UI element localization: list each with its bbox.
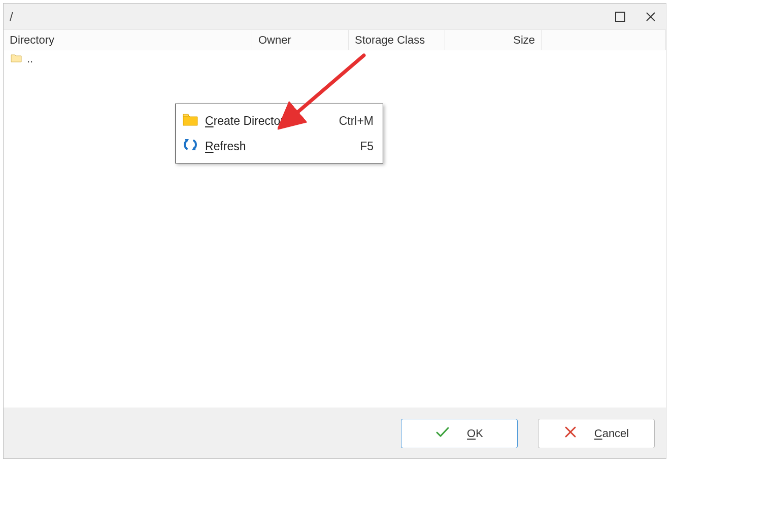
column-owner-label: Owner	[258, 34, 291, 47]
column-spacer	[542, 30, 666, 50]
svg-rect-0	[616, 12, 625, 21]
check-icon	[435, 426, 450, 441]
column-directory[interactable]: Directory	[4, 30, 252, 50]
cancel-button[interactable]: Cancel	[538, 419, 655, 448]
cancel-button-label: Cancel	[594, 427, 629, 440]
maximize-button[interactable]	[605, 4, 635, 30]
column-size-label: Size	[513, 34, 535, 47]
folder-icon	[183, 113, 198, 129]
menu-item-refresh[interactable]: Refresh F5	[176, 134, 383, 159]
dialog-footer: OK Cancel	[4, 408, 666, 458]
dialog-window: / Directory Owner Storage Class Size	[3, 3, 666, 459]
folder-icon	[11, 52, 22, 65]
menu-item-label: Refresh	[205, 140, 332, 153]
list-item[interactable]: ..	[4, 50, 666, 68]
menu-item-create-directory[interactable]: Create Directory Ctrl+M	[176, 108, 383, 134]
list-item-name: ..	[27, 52, 33, 65]
column-storage-class-label: Storage Class	[355, 34, 425, 47]
refresh-icon	[183, 138, 198, 155]
ok-button[interactable]: OK	[401, 419, 518, 448]
column-directory-label: Directory	[10, 34, 54, 47]
maximize-icon	[615, 12, 625, 22]
file-list[interactable]: .. Create Directory Ctrl+M	[4, 50, 666, 408]
ok-button-label: OK	[467, 427, 483, 440]
svg-rect-3	[183, 114, 188, 116]
menu-item-shortcut: F5	[360, 140, 374, 153]
window-title: /	[10, 10, 605, 24]
context-menu: Create Directory Ctrl+M Refresh F5	[175, 104, 383, 163]
column-size[interactable]: Size	[445, 30, 542, 50]
menu-item-label: Create Directory	[205, 114, 312, 128]
column-headers: Directory Owner Storage Class Size	[4, 30, 666, 50]
titlebar: /	[4, 4, 666, 30]
close-icon	[645, 11, 656, 22]
menu-item-shortcut: Ctrl+M	[339, 114, 374, 128]
cross-icon	[564, 425, 577, 442]
close-button[interactable]	[635, 4, 666, 30]
column-storage-class[interactable]: Storage Class	[349, 30, 445, 50]
column-owner[interactable]: Owner	[252, 30, 349, 50]
